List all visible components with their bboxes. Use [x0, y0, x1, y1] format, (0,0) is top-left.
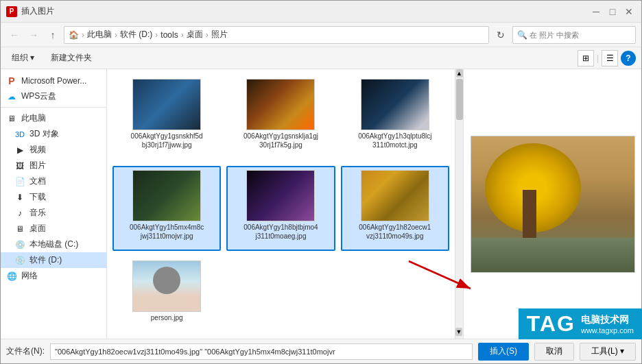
scroll-up-btn[interactable]: ▲ — [456, 69, 463, 77]
file-name-3: 006AkgtYgy1h3qlptu8lcj311t0motct.jpg — [357, 132, 433, 149]
powerpoint-icon: P — [6, 6, 17, 17]
sidebar-item-local-disk[interactable]: 💿 本地磁盘 (C:) — [1, 236, 106, 252]
address-bar[interactable]: 🏠 › 此电脑 › 软件 (D:) › tools › 桌面 › 照片 — [64, 26, 489, 44]
file-thumb-7 — [132, 260, 201, 312]
scroll-thumb[interactable] — [456, 79, 463, 120]
document-icon: 📄 — [14, 176, 25, 187]
refresh-button[interactable]: ↻ — [492, 26, 510, 44]
organize-button[interactable]: 组织 ▾ — [6, 50, 40, 66]
view-mode-button[interactable]: ⊞ — [578, 50, 594, 66]
preview-panel — [463, 69, 641, 339]
organize-toolbar: 组织 ▾ 新建文件夹 ⊞ | ☰ ? — [1, 47, 641, 69]
file-item-7[interactable]: person.jpg — [112, 256, 221, 333]
file-name-4: 006AkgtYgy1h5mx4m8cjwj311t0mojvr.jpg — [129, 223, 204, 241]
file-area: 006AkgtYgy1gsnskhf5dbj30rj1f7jjww.jpg 00… — [107, 69, 463, 339]
view-details-button[interactable]: ☰ — [602, 50, 618, 66]
sidebar-item-image[interactable]: 🖼 图片 — [1, 158, 106, 173]
address-part-4: 桌面 — [187, 29, 203, 40]
sidebar-label-3d: 3D 对象 — [29, 128, 59, 140]
filename-label: 文件名(N): — [6, 345, 45, 357]
sidebar-item-download[interactable]: ⬇ 下载 — [1, 189, 106, 205]
close-button[interactable]: ✕ — [622, 5, 636, 19]
tools-button[interactable]: 工具(L) ▾ — [580, 343, 636, 361]
file-name-5: 006AkgtYgy1h8bjtbjmo4j311t0moaeg.jpg — [243, 223, 318, 241]
sidebar-label-powerpoint: Microsoft Power... — [21, 76, 86, 86]
file-item-3[interactable]: 006AkgtYgy1h3qlptu8lcj311t0motct.jpg — [341, 75, 449, 160]
dialog-title: 插入图片 — [21, 5, 54, 17]
minimize-button[interactable]: ─ — [589, 5, 603, 19]
3d-icon: 3D — [14, 129, 25, 140]
insert-image-dialog: P 插入图片 ─ □ ✕ ← → ↑ 🏠 › 此电脑 › 软件 (D:) › t… — [0, 0, 642, 364]
file-item-5[interactable]: 006AkgtYgy1h8bjtbjmo4j311t0moaeg.jpg — [226, 166, 335, 252]
tree-ground — [471, 238, 634, 272]
file-item-1[interactable]: 006AkgtYgy1gsnskhf5dbj30rj1f7jjww.jpg — [112, 75, 221, 160]
sidebar-item-video[interactable]: ▶ 视频 — [1, 142, 106, 158]
sidebar-item-powerpoint[interactable]: P Microsoft Power... — [1, 73, 106, 88]
sidebar-label-music: 音乐 — [29, 207, 46, 219]
new-folder-button[interactable]: 新建文件夹 — [45, 50, 97, 66]
insert-button[interactable]: 插入(S) — [478, 343, 529, 361]
file-name-2: 006AkgtYgy1gsnsklja1gj30rj1f7k5g.jpg — [243, 132, 318, 149]
back-button[interactable]: ← — [6, 27, 23, 43]
sidebar-label-video: 视频 — [29, 144, 46, 156]
scrollbar[interactable]: ▲ ▼ — [455, 69, 463, 339]
network-icon: 🌐 — [6, 271, 17, 282]
cancel-button[interactable]: 取消 — [534, 343, 574, 361]
desktop-icon: 🖥 — [14, 223, 25, 234]
address-sep-4: › — [181, 30, 184, 40]
main-content: P Microsoft Power... ☁ WPS云盘 🖥 此电脑 3D 3D… — [1, 69, 641, 339]
sidebar-label-network: 网络 — [21, 270, 38, 282]
sidebar-item-3d[interactable]: 3D 3D 对象 — [1, 126, 106, 142]
scroll-down-btn[interactable]: ▼ — [455, 328, 462, 336]
title-buttons: ─ □ ✕ — [589, 5, 636, 19]
maximize-button[interactable]: □ — [606, 5, 619, 19]
address-sep-1: › — [82, 30, 84, 40]
tree-trunk — [523, 190, 536, 245]
sidebar-item-network[interactable]: 🌐 网络 — [1, 268, 106, 284]
file-thumb-2 — [246, 79, 315, 130]
sidebar-label-computer: 此电脑 — [21, 112, 46, 124]
file-name-7: person.jpg — [151, 313, 183, 322]
powerpoint-sidebar-icon: P — [6, 75, 17, 86]
sidebar-label-software-disk: 软件 (D:) — [29, 254, 62, 266]
file-item-2[interactable]: 006AkgtYgy1gsnsklja1gj30rj1f7k5g.jpg — [226, 75, 335, 160]
file-item-6[interactable]: 006AkgtYgy1h82oecw1vzj311t0mo49s.jpg — [341, 166, 449, 252]
address-part-2: 软件 (D:) — [120, 29, 152, 40]
software-disk-icon: 💿 — [14, 255, 25, 266]
address-part-5: 照片 — [211, 29, 228, 40]
wps-cloud-icon: ☁ — [6, 91, 17, 102]
view-buttons: ⊞ | ☰ ? — [578, 50, 636, 66]
file-thumb-4 — [132, 170, 201, 221]
address-part-3: tools — [160, 30, 178, 40]
title-left: P 插入图片 — [6, 5, 54, 17]
file-thumb-1 — [132, 79, 201, 130]
sidebar-item-computer[interactable]: 🖥 此电脑 — [1, 110, 106, 126]
address-sep-5: › — [206, 30, 209, 40]
sidebar-item-wps-cloud[interactable]: ☁ WPS云盘 — [1, 88, 106, 104]
image-icon: 🖼 — [14, 160, 25, 171]
navigation-toolbar: ← → ↑ 🏠 › 此电脑 › 软件 (D:) › tools › 桌面 › 照… — [1, 23, 641, 47]
sidebar-item-document[interactable]: 📄 文档 — [1, 173, 106, 189]
address-sep-2: › — [115, 30, 117, 40]
search-bar[interactable]: 🔍 — [512, 26, 636, 44]
title-bar: P 插入图片 ─ □ ✕ — [1, 1, 641, 23]
forward-button[interactable]: → — [25, 27, 42, 43]
sidebar-label-local-disk: 本地磁盘 (C:) — [29, 239, 78, 250]
file-thumb-6 — [361, 170, 429, 221]
sidebar-label-wps: WPS云盘 — [21, 90, 56, 102]
sidebar-item-software-disk[interactable]: 💿 软件 (D:) — [1, 252, 106, 268]
computer-icon: 🖥 — [6, 113, 17, 124]
view-sep: | — [597, 53, 599, 63]
sidebar-item-music[interactable]: ♪ 音乐 — [1, 205, 106, 221]
address-sep-3: › — [155, 30, 158, 40]
sidebar-item-desktop[interactable]: 🖥 桌面 — [1, 221, 106, 236]
search-input[interactable] — [530, 31, 631, 39]
file-item-4[interactable]: 006AkgtYgy1h5mx4m8cjwj311t0mojvr.jpg — [112, 166, 221, 252]
local-disk-icon: 💿 — [14, 239, 25, 250]
help-button[interactable]: ? — [621, 51, 636, 66]
address-part-1: 此电脑 — [87, 29, 112, 40]
filename-input[interactable] — [50, 343, 473, 360]
up-button[interactable]: ↑ — [45, 27, 61, 43]
music-icon: ♪ — [14, 208, 25, 219]
sidebar-label-image: 图片 — [29, 160, 46, 171]
